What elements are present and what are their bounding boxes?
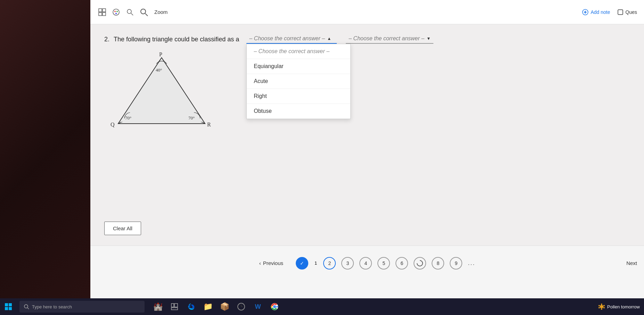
vertex-p-label: P (159, 51, 162, 57)
svg-point-26 (273, 305, 276, 308)
svg-line-9 (131, 13, 133, 15)
vertex-q-label: Q (111, 122, 115, 127)
palette-icon[interactable] (111, 7, 121, 17)
page-7-loading-icon (416, 260, 423, 267)
taskbar-apps: 🏰 📁 📦 (150, 299, 282, 314)
svg-point-33 (598, 305, 600, 306)
taskbar-app-castle[interactable]: 🏰 (150, 299, 165, 314)
question-number: 2. (104, 36, 109, 43)
dropdown-option-placeholder[interactable]: – Choose the correct answer – (247, 44, 350, 59)
svg-rect-15 (618, 10, 623, 15)
triangle-diagram: P Q R 40° 70° 70° (104, 51, 630, 135)
dropdown-1-arrow: ▲ (327, 36, 331, 41)
svg-line-11 (145, 14, 148, 16)
svg-point-6 (116, 11, 118, 12)
svg-rect-0 (99, 9, 102, 12)
add-note-label: Add note (590, 9, 610, 15)
taskbar-edge[interactable] (184, 299, 199, 314)
svg-rect-20 (174, 304, 178, 307)
svg-point-31 (601, 308, 602, 310)
page-7-dot[interactable] (414, 257, 426, 270)
taskbar-word[interactable]: W (250, 299, 266, 314)
question-body: The following triangle could be classifi… (114, 36, 239, 43)
page-2-number: 2 (328, 260, 331, 266)
page-1-number: 1 (315, 260, 317, 266)
dropdown-2-value: – Choose the correct answer – (349, 35, 424, 42)
svg-point-30 (603, 307, 605, 308)
taskbar-file-explorer[interactable]: 📁 (200, 299, 215, 314)
add-note-button[interactable]: Add note (582, 9, 610, 15)
pollen-label: Pollen tomorrow (607, 304, 640, 309)
svg-point-29 (603, 305, 605, 306)
dropdown-option-equiangular[interactable]: Equiangular (247, 59, 350, 74)
dropdown-2-arrow: ▼ (426, 36, 431, 41)
svg-rect-19 (171, 304, 174, 307)
page-8-dot[interactable]: 8 (432, 257, 444, 270)
windows-start-button[interactable] (0, 298, 17, 315)
header-toolbar: Zoom (97, 7, 168, 17)
triangle-svg: P Q R 40° 70° 70° (104, 51, 229, 134)
dropdown-option-obtuse[interactable]: Obtuse (247, 104, 350, 119)
left-sidebar (0, 0, 90, 315)
main-content: Zoom Add note Ques 2. The fo (90, 0, 644, 315)
taskbar-clock[interactable] (234, 299, 249, 314)
svg-rect-1 (103, 9, 106, 12)
svg-point-8 (127, 9, 131, 14)
page-1-check: ✓ (300, 260, 304, 266)
ques-button[interactable]: Ques (617, 9, 637, 15)
taskbar-search-text: Type here to search (32, 304, 72, 309)
svg-point-32 (598, 307, 600, 308)
dropdown-1-menu: – Choose the correct answer – Equiangula… (246, 44, 351, 119)
top-header: Zoom Add note Ques (90, 0, 644, 24)
prev-arrow-icon: ‹ (259, 260, 261, 266)
search-icon-large[interactable] (139, 7, 149, 17)
dropdown-2-wrapper: – Choose the correct answer – ▼ (346, 35, 433, 44)
question-row: 2. The following triangle could be class… (104, 35, 630, 44)
svg-point-7 (115, 13, 117, 14)
svg-point-5 (114, 11, 116, 12)
content-area: 2. The following triangle could be class… (90, 24, 644, 280)
clear-all-button[interactable]: Clear All (104, 222, 141, 235)
dropdown-option-right[interactable]: Right (247, 89, 350, 104)
pollen-icon (598, 303, 605, 310)
page-3-dot[interactable]: 3 (341, 257, 354, 270)
page-9-dot[interactable]: 9 (450, 257, 462, 270)
taskbar-search-bar[interactable]: Type here to search (19, 301, 145, 313)
dropdown-1-value: – Choose the correct answer – (249, 35, 325, 42)
page-5-dot[interactable]: 5 (377, 257, 390, 270)
dropdown-1-trigger[interactable]: – Choose the correct answer – ▲ (246, 35, 337, 44)
page-6-dot[interactable]: 6 (396, 257, 408, 270)
taskbar-search-icon (24, 304, 29, 309)
angle-left-label: 70° (125, 115, 131, 121)
windows-icon (5, 303, 12, 310)
zoom-label: Zoom (154, 9, 168, 15)
taskbar-chrome[interactable] (267, 299, 282, 314)
dropdown-option-acute[interactable]: Acute (247, 74, 350, 89)
dropdown-1-wrapper: – Choose the correct answer – ▲ – Choose… (246, 35, 337, 44)
search-icon-small[interactable] (125, 7, 135, 17)
taskbar: Type here to search 🏰 📁 📦 (0, 298, 644, 315)
previous-label: Previous (263, 260, 283, 266)
svg-point-10 (141, 9, 146, 14)
task-view-icon (171, 303, 178, 310)
previous-button[interactable]: ‹ Previous (259, 260, 283, 266)
taskbar-task-view[interactable] (167, 299, 182, 314)
dropdown-2-trigger[interactable]: – Choose the correct answer – ▼ (346, 35, 433, 44)
angle-top-label: 40° (156, 67, 162, 73)
pollen-widget[interactable]: Pollen tomorrow (598, 303, 640, 310)
svg-line-18 (27, 308, 29, 309)
next-button[interactable]: Next (626, 260, 637, 266)
taskbar-right: Pollen tomorrow (598, 303, 644, 310)
vertex-r-label: R (207, 122, 211, 127)
taskbar-store[interactable]: 📦 (217, 299, 232, 314)
page-2-dot[interactable]: 2 (323, 257, 336, 270)
angle-right-label: 70° (188, 115, 195, 121)
page-4-dot[interactable]: 4 (359, 257, 372, 270)
svg-rect-2 (99, 13, 102, 16)
svg-point-27 (600, 305, 603, 308)
ques-label: Ques (626, 9, 637, 15)
bottom-navigation: ‹ Previous ✓ 1 2 3 4 5 6 8 9 (90, 246, 644, 280)
page-1-dot[interactable]: ✓ (296, 257, 308, 270)
grid-icon[interactable] (97, 7, 107, 17)
svg-point-28 (601, 304, 602, 305)
